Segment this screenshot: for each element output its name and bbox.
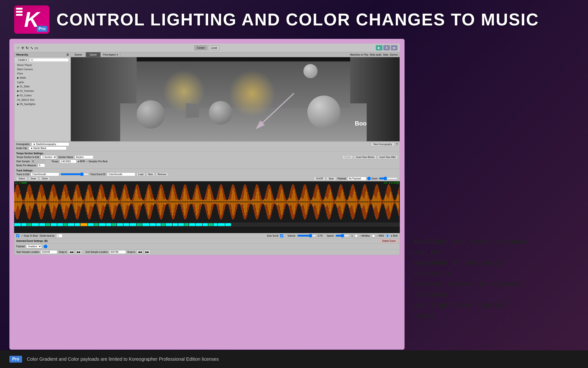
end-sample-loc-input[interactable] xyxy=(109,250,126,254)
hierarchy-create-button[interactable]: Create ▾ xyxy=(16,58,28,62)
event-block-31[interactable] xyxy=(203,223,208,226)
event-block-10[interactable] xyxy=(68,223,74,226)
play-button[interactable]: ▶ xyxy=(376,45,382,50)
tempo-input[interactable] xyxy=(60,160,76,163)
event-block-12[interactable] xyxy=(88,223,94,226)
event-block-21[interactable] xyxy=(142,223,149,226)
draw-button[interactable]: Draw xyxy=(28,177,38,180)
event-block-selected[interactable] xyxy=(80,223,88,226)
delete-event-button[interactable]: Delete Event xyxy=(380,239,398,243)
event-block-28[interactable] xyxy=(184,223,189,226)
track-event-id-value[interactable]: ColorSmooth xyxy=(107,173,135,176)
step-button[interactable]: ⏭ xyxy=(391,45,397,50)
event-block-17[interactable] xyxy=(117,223,123,226)
beats-per-measure-input[interactable] xyxy=(38,164,45,167)
event-block-35[interactable] xyxy=(225,223,231,226)
both-radio[interactable] xyxy=(386,234,389,237)
event-block-6[interactable] xyxy=(46,223,50,226)
event-block-26[interactable] xyxy=(173,223,178,226)
onoff-button[interactable]: On/Off xyxy=(314,177,325,180)
rect-tool-icon[interactable]: ▭ xyxy=(35,46,38,50)
event-block-20[interactable] xyxy=(137,223,142,226)
event-block-16[interactable] xyxy=(112,223,116,226)
auto-scroll-checkbox[interactable] xyxy=(280,234,283,237)
rms-radio[interactable] xyxy=(372,234,375,237)
pause-button[interactable]: ⏸ xyxy=(383,45,390,50)
koreography-value[interactable]: ★ StarlinKoreography xyxy=(32,142,69,146)
center-button[interactable]: Center xyxy=(194,46,207,50)
event-block-14[interactable] xyxy=(99,223,105,226)
section-name-input[interactable] xyxy=(75,155,93,159)
divide-beat-input[interactable] xyxy=(56,234,62,238)
hierarchy-search-input[interactable] xyxy=(29,58,69,62)
event-block-13[interactable] xyxy=(94,223,98,226)
start-next-button[interactable]: ▶▶ xyxy=(76,250,82,254)
start-sample-input[interactable] xyxy=(31,160,45,163)
local-button[interactable]: Local xyxy=(208,46,219,50)
mute-audio-button[interactable]: Mute audio xyxy=(370,54,381,56)
payload-value[interactable]: No Payload xyxy=(347,177,366,180)
maximize-play-button[interactable]: Maximize on Play xyxy=(350,54,368,56)
event-block-33[interactable] xyxy=(214,223,217,226)
new-track-button[interactable]: New xyxy=(147,173,155,176)
event-block-11[interactable] xyxy=(75,223,80,226)
start-prev-button[interactable]: ◀◀ xyxy=(68,250,74,254)
game-tab[interactable]: Game xyxy=(86,52,101,57)
hierarchy-item-music-player[interactable]: Music Player xyxy=(14,63,70,67)
event-block-23[interactable] xyxy=(156,223,161,226)
start-sample-loc-input[interactable] xyxy=(41,250,57,254)
event-block-9[interactable] xyxy=(63,223,67,226)
gizmos-button[interactable]: Gizmos xyxy=(390,54,398,56)
event-block-1[interactable] xyxy=(14,223,21,226)
hierarchy-item-floor[interactable]: Floor xyxy=(14,71,70,76)
event-block-27[interactable] xyxy=(178,223,184,226)
hierarchy-item-main-camera[interactable]: Main Camera xyxy=(14,67,70,71)
hierarchy-item-particles[interactable]: ▶ 02_Particles xyxy=(14,89,70,93)
scale-tool-icon[interactable]: ⤡ xyxy=(30,46,33,50)
move-tool-icon[interactable]: ✛ xyxy=(21,46,24,50)
hierarchy-item-cubes[interactable]: ▶ 03_Cubes xyxy=(14,93,70,98)
rotate-tool-icon[interactable]: ↻ xyxy=(26,46,29,50)
event-block-2[interactable] xyxy=(21,223,26,226)
end-next-button[interactable]: ▶▶ xyxy=(144,250,150,254)
delete-section-button[interactable]: Delete xyxy=(343,155,353,159)
clone-button[interactable]: Clone xyxy=(40,177,50,180)
end-prev-button[interactable]: ◀◀ xyxy=(137,250,143,254)
insert-new-after-button[interactable]: Insert New After xyxy=(378,155,398,159)
stats-button[interactable]: Stats xyxy=(383,54,388,56)
event-block-22[interactable] xyxy=(150,223,156,226)
hand-tool-icon[interactable]: ☞ xyxy=(17,46,20,50)
audio-clip-value[interactable]: ★ Starlie Black xyxy=(29,147,67,150)
new-koreo-button[interactable]: New Koreography xyxy=(371,142,394,146)
waveform-canvas[interactable] xyxy=(14,181,400,222)
track-slider[interactable] xyxy=(61,172,89,176)
event-block-25[interactable] xyxy=(166,223,172,226)
volume-slider[interactable] xyxy=(297,234,316,238)
hierarchy-item-imgui[interactable]: 04_IMGUI Text xyxy=(14,98,70,102)
load-button[interactable]: Load xyxy=(137,173,145,176)
event-block-15[interactable] xyxy=(106,223,111,226)
hierarchy-item-spotlights[interactable]: ▶ 05_Spotlights xyxy=(14,102,70,106)
event-block-19[interactable] xyxy=(130,223,136,226)
event-block-3[interactable] xyxy=(27,223,31,226)
remove-button[interactable]: Remove xyxy=(156,173,168,176)
track-to-edit-value[interactable]: ColorSmooth xyxy=(31,173,59,176)
hierarchy-item-walls[interactable]: ▶ Walls xyxy=(14,76,70,80)
minmax-radio[interactable] xyxy=(355,234,358,237)
scene-tab[interactable]: Scene xyxy=(71,52,86,57)
event-block-29[interactable] xyxy=(189,223,195,226)
insert-new-before-button[interactable]: Insert New Before xyxy=(354,155,376,159)
event-block-32[interactable] xyxy=(208,223,213,226)
event-block-4[interactable] xyxy=(32,223,39,226)
event-block-5[interactable] xyxy=(39,223,45,226)
span-button[interactable]: Span xyxy=(326,177,336,180)
koreo-menu-icon[interactable]: ? xyxy=(396,143,398,146)
tempo-section-select[interactable]: 1 Section xyxy=(40,155,57,159)
aspect-dropdown[interactable]: Free Aspect ▾ xyxy=(101,52,120,57)
event-block-7[interactable] xyxy=(51,223,57,226)
event-block-24[interactable] xyxy=(161,223,165,226)
hierarchy-menu-icon[interactable]: ☰ xyxy=(67,54,69,56)
event-block-18[interactable] xyxy=(123,223,129,226)
hierarchy-item-balls[interactable]: ▶ 01_Balls xyxy=(14,84,70,89)
payload-slider[interactable] xyxy=(368,177,370,180)
